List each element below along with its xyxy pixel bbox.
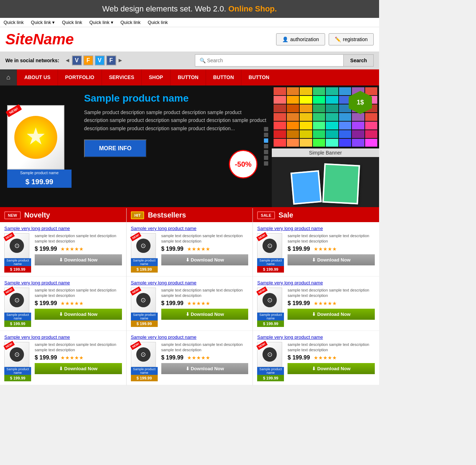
- section-badge-0: NEW: [4, 211, 21, 219]
- thumb-inner-2-2: ⊙: [262, 347, 277, 362]
- social-search-bar: We in social networks: ◄ V F V F ► Searc…: [0, 52, 379, 69]
- banner-cell: [326, 139, 338, 147]
- social-icon-v2[interactable]: V: [95, 55, 105, 65]
- social-arrow-right[interactable]: ►: [118, 57, 123, 64]
- social-icon-f2[interactable]: F: [106, 55, 116, 65]
- quick-link-3[interactable]: Quick link: [62, 20, 82, 25]
- thumb-price-2-0: $ 199.99: [257, 266, 284, 273]
- more-info-button[interactable]: MORE INFO: [84, 140, 147, 157]
- nav-portfolio[interactable]: PORTFOLIO: [58, 69, 102, 85]
- banner-cell: [326, 104, 338, 112]
- nav-button-1[interactable]: BUTTON: [170, 69, 206, 85]
- thumb-inner-0-0: ⊙: [10, 239, 24, 253]
- price-value-1-0: $ 199.99: [161, 246, 183, 252]
- download-button-2-1[interactable]: ⬇ Download Now: [288, 309, 375, 320]
- stars-2-0: ★★★★★: [314, 246, 337, 252]
- thumb-img-0-2: NEW! ⊙: [4, 342, 29, 367]
- registration-button[interactable]: ✏️ registration: [329, 33, 374, 45]
- nav-home-button[interactable]: ⌂: [0, 69, 17, 85]
- quick-links: Quick link Quick link ▾ Quick link Quick…: [0, 18, 379, 27]
- download-button-2-0[interactable]: ⬇ Download Now: [288, 254, 375, 265]
- thumb-price-1-2: $ 199.99: [131, 375, 158, 381]
- quick-link-1[interactable]: Quick link: [4, 20, 24, 25]
- nav-about-us[interactable]: ABOUT US: [17, 69, 58, 85]
- price-value-1-2: $ 199.99: [161, 354, 183, 361]
- nav-shop[interactable]: SHOP: [141, 69, 170, 85]
- product-link-1-2[interactable]: Sample very long product name: [131, 334, 249, 340]
- scroll-dot-6: [264, 156, 268, 160]
- thumb-price-1-0: $ 199.99: [131, 266, 158, 273]
- product-desc-1-0: sample text description sample text desc…: [161, 233, 249, 244]
- product-box: NEW! Sample product name $ 199.99: [7, 105, 72, 188]
- price-value-0-0: $ 199.99: [35, 246, 57, 252]
- product-thumb-1-0: NEW! ⊙ Sample product name $ 199.99: [131, 233, 158, 273]
- product-row-0-0: NEW! ⊙ Sample product name $ 199.99 samp…: [4, 233, 122, 273]
- download-button-1-1[interactable]: ⬇ Download Now: [161, 309, 249, 320]
- product-link-2-2[interactable]: Sample very long product name: [257, 334, 375, 340]
- quick-link-5[interactable]: Quick link: [121, 20, 141, 25]
- social-label: We in social networks:: [5, 58, 59, 63]
- product-thumb-2-1: NEW! ⊙ Sample product name $ 199.99: [257, 288, 284, 327]
- quick-link-4[interactable]: Quick link ▾: [89, 20, 113, 25]
- download-button-0-0[interactable]: ⬇ Download Now: [35, 254, 122, 265]
- stars-2-1: ★★★★★: [314, 300, 337, 306]
- thumb-inner-1-2: ⊙: [136, 347, 151, 362]
- banner-cell: [352, 122, 364, 129]
- section-header-2: SALE Sale: [253, 208, 379, 222]
- social-icon-v1[interactable]: V: [72, 55, 82, 65]
- quick-link-6[interactable]: Quick link: [148, 20, 168, 25]
- product-link-0-1[interactable]: Sample very long product name: [4, 280, 122, 285]
- banner-cell: [365, 122, 378, 129]
- search-button[interactable]: Search: [343, 54, 374, 67]
- stars-0-2: ★★★★★: [60, 355, 84, 361]
- product-link-2-1[interactable]: Sample very long product name: [257, 280, 375, 285]
- product-price-row-0-1: $ 199.99 ★★★★★: [35, 300, 122, 307]
- product-box-image: NEW!: [7, 105, 64, 170]
- product-section-2: SALE Sale Sample very long product name …: [253, 208, 379, 385]
- product-link-0-0[interactable]: Sample very long product name: [4, 226, 122, 231]
- svg-marker-0: [27, 127, 45, 145]
- nav-button-3[interactable]: BUTTON: [241, 69, 276, 85]
- social-arrow-left[interactable]: ◄: [65, 57, 70, 64]
- product-row-1-2: NEW! ⊙ Sample product name $ 199.99 samp…: [131, 342, 249, 381]
- stars-0-0: ★★★★★: [60, 246, 84, 252]
- nav-services[interactable]: SERVICES: [102, 69, 142, 85]
- section-header-0: NEW Novelty: [0, 208, 126, 222]
- banner-cell: [300, 113, 312, 121]
- search-input[interactable]: [195, 54, 343, 67]
- product-link-1-0[interactable]: Sample very long product name: [131, 226, 249, 231]
- product-info-0-0: sample text description sample text desc…: [35, 233, 122, 265]
- banner-cell: [313, 104, 325, 112]
- product-desc-2-2: sample text description sample text desc…: [288, 342, 375, 353]
- product-link-0-2[interactable]: Sample very long product name: [4, 334, 122, 340]
- download-button-0-1[interactable]: ⬇ Download Now: [35, 309, 122, 320]
- quick-link-2[interactable]: Quick link ▾: [31, 20, 55, 25]
- thumb-price-0-1: $ 199.99: [4, 320, 31, 327]
- reg-label: registration: [343, 36, 368, 42]
- download-button-0-2[interactable]: ⬇ Download Now: [35, 363, 122, 374]
- product-price-row-1-1: $ 199.99 ★★★★★: [161, 300, 249, 307]
- section-badge-2: SALE: [257, 211, 275, 219]
- banner-cell: [274, 113, 286, 121]
- download-button-1-0[interactable]: ⬇ Download Now: [161, 254, 249, 265]
- banner-cell: [287, 104, 299, 112]
- thumb-label-2-1: Sample product name: [257, 313, 284, 320]
- product-link-1-1[interactable]: Sample very long product name: [131, 280, 249, 285]
- authorization-button[interactable]: 👤 authorization: [276, 33, 325, 45]
- new-badge: NEW!: [6, 104, 22, 117]
- social-icon-f1[interactable]: F: [83, 55, 93, 65]
- product-row-0-2: NEW! ⊙ Sample product name $ 199.99 samp…: [4, 342, 122, 381]
- stars-2-2: ★★★★★: [314, 355, 337, 361]
- product-row-2-2: NEW! ⊙ Sample product name $ 199.99 samp…: [257, 342, 375, 381]
- hero-banner-right: 1$ Simple Banner: [272, 85, 379, 207]
- download-button-2-2[interactable]: ⬇ Download Now: [288, 363, 375, 374]
- download-button-1-2[interactable]: ⬇ Download Now: [161, 363, 249, 374]
- product-price-row-2-2: $ 199.99 ★★★★★: [288, 354, 375, 361]
- product-info-1-0: sample text description sample text desc…: [161, 233, 249, 265]
- banner-cell: [339, 122, 352, 129]
- banner-cell: [313, 139, 325, 147]
- stars-1-0: ★★★★★: [187, 246, 210, 252]
- product-thumb-1-1: NEW! ⊙ Sample product name $ 199.99: [131, 288, 158, 327]
- product-link-2-0[interactable]: Sample very long product name: [257, 226, 375, 231]
- nav-button-2[interactable]: BUTTON: [206, 69, 241, 85]
